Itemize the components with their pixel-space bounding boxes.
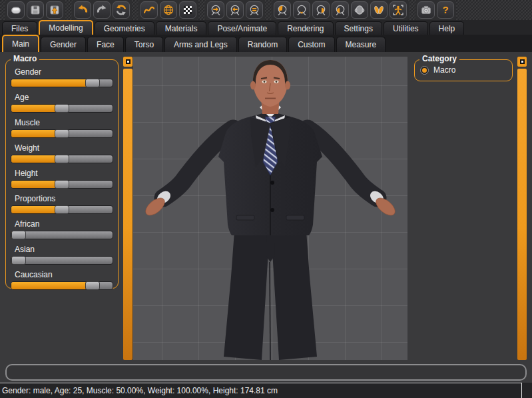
feet-view-button[interactable] — [370, 1, 388, 19]
head-top-view-icon — [354, 4, 366, 16]
tab-settings[interactable]: Settings — [335, 21, 382, 35]
macro-groupbox-title: Macro — [11, 54, 39, 63]
face-view-button[interactable] — [274, 1, 291, 19]
caucasian-slider-fill — [11, 282, 93, 289]
weight-slider-handle[interactable] — [55, 155, 69, 163]
age-slider[interactable] — [11, 104, 113, 113]
left-splitter-collapse-button[interactable] — [123, 57, 133, 67]
3d-viewport[interactable] — [133, 57, 407, 360]
toolbar-group-history — [72, 0, 132, 20]
tab-files[interactable]: Files — [2, 21, 37, 35]
svg-text:?: ? — [442, 4, 448, 15]
front-view-button[interactable] — [246, 1, 263, 19]
asian-slider-label: Asian — [15, 245, 113, 254]
status-bar: Gender: male, Age: 25, Muscle: 50.00%, W… — [0, 383, 532, 398]
head-right-view-icon — [334, 4, 346, 16]
redo-icon — [96, 4, 108, 16]
smooth-icon — [143, 4, 155, 16]
tab-face[interactable]: Face — [87, 37, 124, 52]
tab-random[interactable]: Random — [238, 37, 287, 52]
body-view-button[interactable] — [390, 1, 407, 19]
head-right-view-button[interactable] — [332, 1, 349, 19]
slider-row-age: Age — [11, 93, 113, 113]
redo-button[interactable] — [93, 1, 111, 19]
category-option-macro[interactable]: Macro — [420, 65, 507, 75]
proportions-slider-handle[interactable] — [55, 205, 69, 214]
wireframe-icon — [162, 4, 174, 16]
collapse-icon — [520, 59, 525, 64]
african-slider-handle[interactable] — [11, 231, 26, 239]
tab-pose-animate[interactable]: Pose/Animate — [208, 21, 276, 35]
category-groupbox-title: Category — [419, 54, 459, 63]
reset-button[interactable] — [113, 1, 130, 19]
category-option-label: Macro — [433, 65, 455, 75]
toolbar-group-view — [138, 0, 198, 20]
muscle-slider[interactable] — [11, 129, 113, 138]
toolbar-group-misc: ? — [415, 0, 456, 20]
status-text: Gender: male, Age: 25, Muscle: 50.00%, W… — [2, 386, 278, 395]
tab-help[interactable]: Help — [429, 21, 465, 35]
feet-view-icon — [373, 4, 385, 16]
rotate-left-icon — [229, 4, 241, 16]
main-tab-bar: Files Modelling Geometries Materials Pos… — [0, 20, 532, 35]
head-front-view-button[interactable] — [293, 1, 310, 19]
new-button[interactable] — [7, 1, 25, 19]
muscle-slider-handle[interactable] — [55, 129, 69, 138]
asian-slider-handle[interactable] — [11, 256, 26, 265]
slider-row-gender: Gender — [11, 67, 113, 87]
gender-slider[interactable] — [11, 79, 113, 87]
progress-bar — [5, 364, 527, 381]
slider-row-caucasian: Caucasian — [11, 270, 113, 290]
height-slider-handle[interactable] — [55, 180, 69, 189]
african-slider[interactable] — [11, 231, 113, 239]
head-left-view-button[interactable] — [312, 1, 330, 19]
rotate-left-button[interactable] — [226, 1, 244, 19]
slider-row-proportions: Proportions — [11, 194, 113, 214]
load-button[interactable] — [46, 1, 63, 19]
proportions-slider[interactable] — [11, 205, 113, 214]
tab-arms-and-legs[interactable]: Arms and Legs — [164, 37, 237, 52]
face-view-icon — [276, 4, 288, 16]
caucasian-slider[interactable] — [11, 281, 113, 290]
radio-selected-icon — [420, 66, 429, 75]
tab-materials[interactable]: Materials — [156, 21, 207, 35]
right-splitter-bar[interactable] — [517, 69, 527, 360]
gender-slider-handle[interactable] — [85, 79, 100, 87]
help-button[interactable]: ? — [437, 1, 454, 19]
tab-gender[interactable]: Gender — [41, 37, 86, 52]
collapse-icon — [126, 59, 131, 64]
rotate-right-button[interactable] — [207, 1, 224, 19]
grab-screenshot-button[interactable] — [417, 1, 435, 19]
weight-slider[interactable] — [11, 155, 113, 163]
weight-slider-label: Weight — [15, 143, 113, 153]
save-button[interactable] — [27, 1, 44, 19]
smooth-button[interactable] — [140, 1, 158, 19]
sub-tab-bar: Main Gender Face Torso Arms and Legs Ran… — [0, 35, 532, 52]
reset-icon — [115, 4, 127, 16]
resize-grip[interactable] — [521, 383, 532, 398]
tab-main[interactable]: Main — [2, 35, 39, 52]
tab-rendering[interactable]: Rendering — [278, 21, 333, 35]
left-splitter-bar[interactable] — [123, 69, 133, 360]
tab-torso[interactable]: Torso — [125, 37, 163, 52]
new-icon — [10, 4, 22, 16]
background-button[interactable] — [179, 1, 196, 19]
slider-row-weight: Weight — [11, 143, 113, 163]
tab-measure[interactable]: Measure — [336, 37, 386, 52]
toolbar-group-file — [5, 0, 65, 20]
body-view-icon — [392, 4, 404, 16]
wireframe-button[interactable] — [160, 1, 177, 19]
undo-button[interactable] — [74, 1, 91, 19]
height-slider-label: Height — [15, 169, 113, 178]
tab-geometries[interactable]: Geometries — [95, 21, 154, 35]
caucasian-slider-handle[interactable] — [85, 281, 100, 290]
tab-utilities[interactable]: Utilities — [384, 21, 428, 35]
age-slider-handle[interactable] — [55, 104, 69, 113]
head-top-view-button[interactable] — [351, 1, 368, 19]
right-splitter-collapse-button[interactable] — [517, 57, 527, 67]
tab-modelling[interactable]: Modelling — [39, 20, 93, 35]
slider-row-asian: Asian — [11, 245, 113, 265]
height-slider[interactable] — [11, 180, 113, 189]
asian-slider[interactable] — [11, 256, 113, 265]
tab-custom[interactable]: Custom — [288, 37, 334, 52]
